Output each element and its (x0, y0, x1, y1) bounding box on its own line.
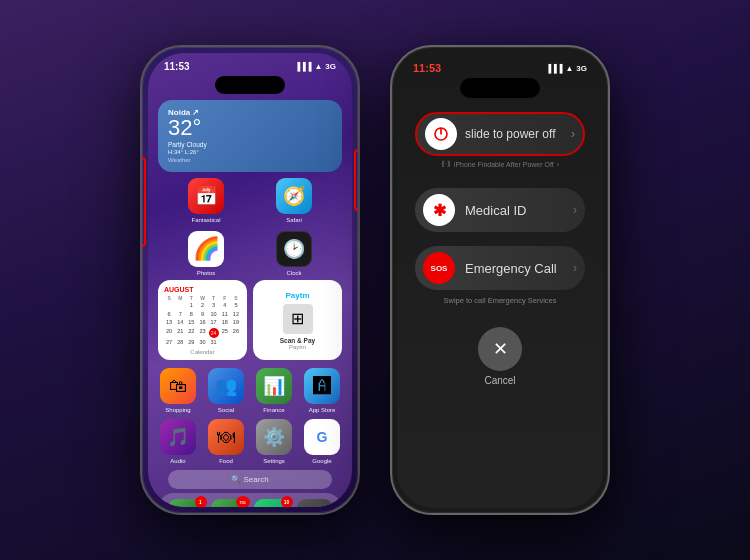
calendar-label: Calendar (164, 349, 241, 355)
google-icon: G (304, 419, 340, 455)
silent-switch[interactable] (140, 127, 142, 155)
clock-label: Clock (286, 270, 301, 276)
findable-text: ⟪·⟫ iPhone Findable After Power Off › (441, 160, 559, 168)
cancel-button[interactable]: ✕ (478, 327, 522, 371)
widget-row: AUGUST S M T W T F S 1 2 3 (148, 280, 352, 360)
phone2-status-icons: ▐▐▐ ▲ 3G (545, 64, 587, 73)
fantastical-icon: 📅 (188, 178, 224, 214)
network-icon: 3G (325, 62, 336, 71)
app-row-top: 📅 Fantastical 🧭 Safari (148, 178, 352, 223)
whatsapp-badge: 10 (281, 496, 293, 507)
cancel-label: Cancel (484, 375, 515, 386)
medical-id-slider[interactable]: ✱ Medical ID › (415, 188, 585, 232)
sos-chevron-icon: › (573, 261, 577, 275)
findable-label: iPhone Findable After Power Off (454, 161, 554, 168)
search-icon: 🔍 (231, 475, 241, 484)
power-slider-text: slide to power off (465, 127, 556, 141)
main-container: 11:53 ▐▐▐ ▲ 3G Noida ↗ 32° Partly Cloudy… (0, 0, 750, 560)
apps-grid-1: 🛍 Shopping 👥 Social 📊 Finance 🅰 A (158, 368, 342, 413)
safari-app[interactable]: 🧭 Safari (276, 178, 312, 223)
phone2-signal-icon: ▐▐▐ (545, 64, 562, 73)
app-row-photos-clock: 🌈 Photos 🕑 Clock (148, 231, 352, 276)
audio-icon: 🎵 (160, 419, 196, 455)
phone-dock-app[interactable]: 📞 1 (168, 499, 204, 507)
fantastical-label: Fantastical (191, 217, 220, 223)
shopping-app[interactable]: 🛍 Shopping (158, 368, 198, 413)
weather-lo: L:26° (185, 149, 199, 155)
google-app[interactable]: G Google (302, 419, 342, 464)
cancel-section: ✕ Cancel (478, 327, 522, 386)
swipe-emergency-text: Swipe to call Emergency Services (444, 296, 557, 305)
safari-label: Safari (286, 217, 302, 223)
dynamic-island (215, 76, 285, 94)
search-label: Search (243, 475, 268, 484)
power-button[interactable] (358, 157, 360, 212)
weather-minmax: H:34° L:26° (168, 149, 332, 155)
sos-button: SOS (423, 252, 455, 284)
calendar-widget[interactable]: AUGUST S M T W T F S 1 2 3 (158, 280, 247, 360)
food-icon: 🍽 (208, 419, 244, 455)
power-off-slider[interactable]: slide to power off › (415, 112, 585, 156)
volume-down-button[interactable] (140, 209, 142, 245)
social-icon: 👥 (208, 368, 244, 404)
wifi-icon: ▲ (314, 62, 322, 71)
phone2-time: 11:53 (413, 62, 441, 74)
status-icons: ▐▐▐ ▲ 3G (294, 62, 336, 71)
sos-slider[interactable]: SOS Emergency Call › (415, 246, 585, 290)
phone2-dynamic-island (460, 78, 540, 98)
volume-up-button[interactable] (140, 165, 142, 201)
whatsapp-dock-app[interactable]: 📱 10 (254, 499, 290, 507)
bluetooth-icon: ⟪·⟫ (441, 160, 451, 168)
volume-buttons-highlight (140, 157, 146, 247)
calendar-month: AUGUST (164, 286, 241, 293)
messages-dock-app[interactable]: 💬 755 (211, 499, 247, 507)
power-slider-button (425, 118, 457, 150)
medical-chevron-icon: › (573, 203, 577, 217)
photos-icon: 🌈 (188, 231, 224, 267)
dock: 📞 1 💬 755 📱 10 📷 (158, 493, 342, 507)
phone2-status-bar: 11:53 ▐▐▐ ▲ 3G (397, 52, 603, 78)
clock-app[interactable]: 🕑 Clock (276, 231, 312, 276)
bottom-apps: 🛍 Shopping 👥 Social 📊 Finance 🅰 A (148, 368, 352, 464)
paytm-scan-label: Scan & Pay (280, 337, 315, 344)
phone1-screen: 11:53 ▐▐▐ ▲ 3G Noida ↗ 32° Partly Cloudy… (148, 53, 352, 507)
safari-icon: 🧭 (276, 178, 312, 214)
phone2-screen: 11:53 ▐▐▐ ▲ 3G slide to power off (397, 52, 603, 508)
clock-icon: 🕑 (276, 231, 312, 267)
camera-dock-app[interactable]: 📷 (297, 499, 333, 507)
weather-description: Partly Cloudy (168, 141, 332, 148)
sos-text: SOS (431, 264, 448, 273)
chevron-right-icon: › (571, 127, 575, 141)
power-button-highlight (354, 149, 360, 211)
social-app[interactable]: 👥 Social (206, 368, 246, 413)
shopping-icon: 🛍 (160, 368, 196, 404)
fantastical-app[interactable]: 📅 Fantastical (188, 178, 224, 223)
paytm-widget[interactable]: Paytm ⊞ Scan & Pay Paytm (253, 280, 342, 360)
photos-label: Photos (197, 270, 216, 276)
phone2-network: 3G (576, 64, 587, 73)
camera-dock-icon: 📷 (297, 499, 333, 507)
weather-label: Weather (168, 157, 332, 163)
paytm-label: Paytm (289, 344, 306, 350)
weather-hi: H:34° (168, 149, 183, 155)
medical-id-text: Medical ID (465, 203, 526, 218)
messages-badge: 755 (236, 496, 250, 507)
food-app[interactable]: 🍽 Food (206, 419, 246, 464)
phone2-wifi-icon: ▲ (565, 64, 573, 73)
finance-app[interactable]: 📊 Finance (254, 368, 294, 413)
search-bar[interactable]: 🔍 Search (168, 470, 332, 489)
settings-icon: ⚙️ (256, 419, 292, 455)
settings-app[interactable]: ⚙️ Settings (254, 419, 294, 464)
photos-app[interactable]: 🌈 Photos (188, 231, 224, 276)
audio-app[interactable]: 🎵 Audio (158, 419, 198, 464)
finance-icon: 📊 (256, 368, 292, 404)
weather-temp: 32° (168, 117, 332, 139)
weather-widget[interactable]: Noida ↗ 32° Partly Cloudy H:34° L:26° We… (158, 100, 342, 172)
phone-badge: 1 (195, 496, 207, 507)
phone2: 11:53 ▐▐▐ ▲ 3G slide to power off (390, 45, 610, 515)
signal-icon: ▐▐▐ (294, 62, 311, 71)
appstore-app[interactable]: 🅰 App Store (302, 368, 342, 413)
phone1: 11:53 ▐▐▐ ▲ 3G Noida ↗ 32° Partly Cloudy… (140, 45, 360, 515)
power-icon (433, 126, 449, 142)
apps-grid-2: 🎵 Audio 🍽 Food ⚙️ Settings G Google (158, 419, 342, 464)
